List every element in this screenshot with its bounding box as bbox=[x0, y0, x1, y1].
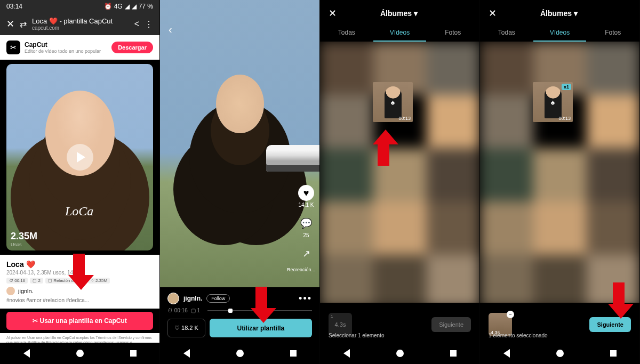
uses-label: Usos bbox=[11, 242, 22, 247]
back-nav-icon[interactable] bbox=[23, 349, 30, 358]
follow-button[interactable]: Follow bbox=[206, 294, 230, 303]
home-nav-icon[interactable] bbox=[556, 350, 564, 357]
app-banner: ✂ CapCut Editor de vídeo todo en uno pop… bbox=[0, 35, 159, 60]
chip-clips: ▢ 2 bbox=[30, 278, 43, 284]
screen-3-album-select: ✕ Álbumes ▾ Todas Vídeos Fotos ♠ 00:13 1… bbox=[320, 0, 480, 364]
share-icon[interactable]: ↗ bbox=[298, 246, 314, 262]
screen-4-album-selected: ✕ Álbumes ▾ Todas Vídeos Fotos ♠ 00:13 x… bbox=[480, 0, 640, 364]
like-count: 14.1 K bbox=[299, 202, 314, 208]
selection-badge: x1 bbox=[562, 84, 571, 90]
app-desc: Editor de vídeo todo en uno popular bbox=[25, 48, 107, 54]
recents-nav-icon[interactable] bbox=[290, 350, 297, 357]
media-tabs: Todas Vídeos Fotos bbox=[480, 25, 639, 42]
tutorial-arrow-4 bbox=[608, 282, 629, 320]
tab-all[interactable]: Todas bbox=[320, 25, 373, 42]
selection-status: 1 elemento seleccionado bbox=[489, 333, 548, 338]
close-icon[interactable]: ✕ bbox=[489, 7, 497, 19]
status-bar: 03:14 ⏰ 4G ◢ ◢ 77 % bbox=[0, 0, 159, 13]
author-avatar bbox=[6, 287, 15, 295]
media-grid: ♠ 00:13 bbox=[320, 42, 479, 303]
capcut-icon: ✂ bbox=[33, 317, 38, 325]
page-title: Loca ❤️ - plantilla CapCut bbox=[32, 17, 129, 25]
screen-2-capcut-template: ‹ ♥ 14.1 K 💬 25 ↗ Recreación... jignln. … bbox=[160, 0, 320, 364]
android-nav bbox=[480, 343, 639, 364]
template-clip-count: ▢ 1 bbox=[191, 308, 200, 313]
play-icon[interactable] bbox=[67, 144, 93, 171]
slot-number: 1 bbox=[331, 314, 333, 319]
browser-header: ✕ ⇄ Loca ❤️ - plantilla CapCut capcut.co… bbox=[0, 13, 159, 35]
hashtags: #novios #amor #relacion #dedica... bbox=[6, 297, 153, 303]
tab-photos[interactable]: Fotos bbox=[426, 25, 479, 42]
template-bottom-bar: jignln. Follow ••• ⏱ 00:16 ▢ 1 ♡ 18.2 K … bbox=[160, 287, 319, 343]
video-duration: 00:13 bbox=[558, 116, 571, 121]
share-icon[interactable]: < bbox=[134, 19, 139, 29]
back-nav-icon[interactable] bbox=[343, 349, 350, 358]
android-nav bbox=[320, 343, 479, 364]
back-icon[interactable]: ‹ bbox=[169, 23, 172, 36]
tutorial-arrow-1 bbox=[68, 254, 90, 291]
tab-all[interactable]: Todas bbox=[480, 25, 533, 42]
capcut-logo-icon: ✂ bbox=[6, 41, 20, 54]
template-duration: ⏱ 00:16 bbox=[167, 308, 188, 313]
side-actions: ♥ 14.1 K 💬 25 ↗ bbox=[298, 185, 314, 262]
swap-icon[interactable]: ⇄ bbox=[20, 19, 27, 29]
recents-nav-icon[interactable] bbox=[130, 350, 137, 357]
recents-nav-icon[interactable] bbox=[450, 350, 457, 357]
comment-icon[interactable]: 💬 bbox=[298, 215, 314, 231]
tutorial-arrow-2 bbox=[251, 287, 272, 324]
video-duration: 00:13 bbox=[398, 116, 411, 121]
close-icon[interactable]: ✕ bbox=[329, 7, 337, 19]
slot-duration: 4.3s bbox=[335, 321, 346, 328]
alarm-icon: ⏰ bbox=[104, 3, 112, 10]
use-template-web-button[interactable]: ✂ Usar una plantilla en CapCut bbox=[6, 312, 153, 330]
chip-duration: ⏱ 00:16 bbox=[6, 278, 28, 284]
remove-clip-icon[interactable]: − bbox=[507, 311, 514, 318]
media-grid: ♠ 00:13 x1 bbox=[480, 42, 639, 303]
download-button[interactable]: Descargar bbox=[111, 42, 153, 53]
wifi-icon: ◢ bbox=[125, 3, 130, 10]
overlay-text: LoCa bbox=[65, 204, 93, 219]
tutorial-arrow-3 bbox=[373, 130, 394, 167]
back-nav-icon[interactable] bbox=[183, 349, 190, 358]
video-thumbnail[interactable]: ♠ 00:13 bbox=[373, 82, 413, 122]
android-nav bbox=[0, 343, 159, 364]
home-nav-icon[interactable] bbox=[236, 350, 244, 357]
template-preview[interactable]: LoCa 2.35M Usos bbox=[6, 64, 153, 250]
android-nav bbox=[160, 343, 319, 364]
close-icon[interactable]: ✕ bbox=[6, 18, 14, 30]
comment-count: 25 bbox=[303, 232, 309, 238]
like-icon[interactable]: ♥ bbox=[298, 185, 314, 201]
album-header: ✕ Álbumes ▾ bbox=[320, 0, 479, 25]
home-nav-icon[interactable] bbox=[396, 350, 404, 357]
video-thumbnail-selected[interactable]: ♠ 00:13 x1 bbox=[533, 82, 573, 122]
page-url: capcut.com bbox=[32, 25, 129, 31]
album-header: ✕ Álbumes ▾ bbox=[480, 0, 639, 25]
albums-dropdown[interactable]: Álbumes ▾ bbox=[342, 9, 456, 18]
uses-count: 2.35M bbox=[11, 231, 37, 242]
signal-icon: ◢ bbox=[132, 3, 137, 10]
author-name: jignln. bbox=[18, 288, 34, 294]
more-icon[interactable]: ••• bbox=[299, 293, 312, 304]
tab-videos[interactable]: Vídeos bbox=[533, 25, 587, 42]
author-avatar[interactable] bbox=[167, 293, 179, 304]
bookmark-button[interactable]: ♡ 18.2 K bbox=[167, 319, 205, 337]
albums-dropdown[interactable]: Álbumes ▾ bbox=[502, 9, 616, 18]
tab-photos[interactable]: Fotos bbox=[586, 25, 639, 42]
status-icons: ⏰ 4G ◢ ◢ 77 % bbox=[104, 3, 153, 10]
app-name: CapCut bbox=[25, 41, 107, 48]
tab-videos[interactable]: Vídeos bbox=[373, 25, 427, 42]
author-name[interactable]: jignln. bbox=[183, 295, 202, 302]
battery-label: 77 % bbox=[139, 3, 153, 10]
recreation-label: Recreación... bbox=[287, 267, 315, 272]
recents-nav-icon[interactable] bbox=[610, 350, 617, 357]
lte-icon: 4G bbox=[114, 3, 123, 10]
select-prompt: Seleccionar 1 elemento bbox=[329, 333, 385, 338]
clock: 03:14 bbox=[6, 3, 22, 10]
home-nav-icon[interactable] bbox=[76, 350, 84, 357]
more-icon[interactable]: ⋮ bbox=[145, 19, 153, 29]
screen-1-webpage: 03:14 ⏰ 4G ◢ ◢ 77 % ✕ ⇄ Loca ❤️ - planti… bbox=[0, 0, 160, 364]
next-button[interactable]: Siguiente bbox=[431, 317, 471, 332]
media-tabs: Todas Vídeos Fotos bbox=[320, 25, 479, 42]
back-nav-icon[interactable] bbox=[503, 349, 510, 358]
